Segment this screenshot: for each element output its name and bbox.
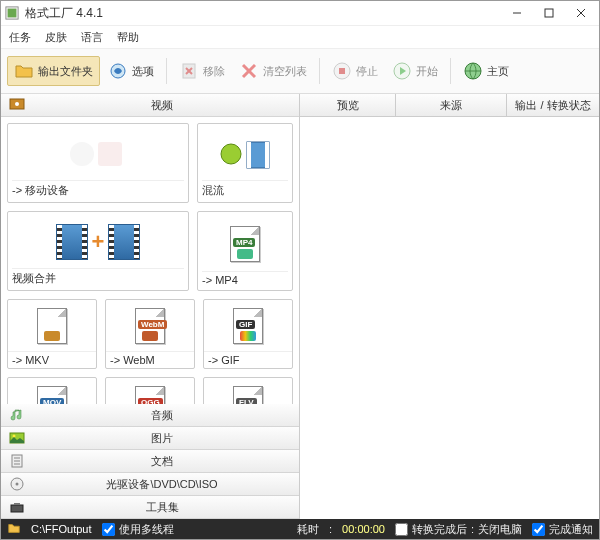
menu-tasks[interactable]: 任务 — [9, 30, 31, 45]
start-button[interactable]: 开始 — [386, 57, 444, 85]
clear-icon — [239, 61, 259, 81]
card-gif[interactable]: GIF -> GIF — [203, 299, 293, 369]
svg-rect-23 — [247, 142, 251, 168]
stop-icon — [332, 61, 352, 81]
window-controls — [503, 3, 595, 23]
category-audio[interactable]: 音频 — [1, 404, 299, 427]
card-flv[interactable]: FLV -> FLV — [203, 377, 293, 404]
category-disc[interactable]: 光驱设备\DVD\CD\ISO — [1, 473, 299, 496]
category-document-label: 文档 — [33, 454, 291, 469]
svg-rect-20 — [98, 142, 122, 166]
menu-language[interactable]: 语言 — [81, 30, 103, 45]
svg-rect-3 — [545, 9, 553, 17]
toolbar: 输出文件夹 选项 移除 清空列表 停止 开始 主页 — [1, 48, 599, 94]
statusbar: C:\FFOutput 使用多线程 耗时: 00:00:00 转换完成后:关闭电… — [1, 519, 599, 539]
remove-icon — [179, 61, 199, 81]
merge-art: + — [12, 216, 184, 268]
svg-rect-33 — [11, 505, 23, 512]
card-mov[interactable]: MOV -> MOV — [7, 377, 97, 404]
svg-point-32 — [16, 483, 19, 486]
card-mp4-label: -> MP4 — [202, 271, 288, 286]
after-done-checkbox[interactable]: 转换完成后:关闭电脑 — [395, 522, 522, 537]
card-merge-label: 视频合并 — [12, 268, 184, 286]
card-mux[interactable]: 混流 — [197, 123, 293, 203]
svg-rect-13 — [339, 68, 345, 74]
toolbox-icon — [9, 499, 25, 515]
clear-list-button[interactable]: 清空列表 — [233, 57, 313, 85]
menubar: 任务 皮肤 语言 帮助 — [1, 26, 599, 48]
card-mux-label: 混流 — [202, 180, 288, 198]
menu-skin[interactable]: 皮肤 — [45, 30, 67, 45]
multithread-label: 使用多线程 — [119, 522, 174, 537]
options-icon — [108, 61, 128, 81]
stop-button[interactable]: 停止 — [326, 57, 384, 85]
svg-point-19 — [70, 142, 94, 166]
homepage-button[interactable]: 主页 — [457, 57, 515, 85]
svg-point-21 — [221, 144, 241, 164]
image-icon — [9, 430, 25, 446]
toolbar-separator — [319, 58, 320, 84]
mobile-art — [12, 128, 184, 180]
disc-icon — [9, 476, 25, 492]
homepage-label: 主页 — [487, 64, 509, 79]
output-path[interactable]: C:\FFOutput — [31, 523, 92, 535]
video-icon — [9, 96, 25, 114]
category-toolkit[interactable]: 工具集 — [1, 496, 299, 519]
after-done-value: 关闭电脑 — [478, 522, 522, 537]
start-icon — [392, 61, 412, 81]
multithread-checkbox[interactable]: 使用多线程 — [102, 522, 174, 537]
category-disc-label: 光驱设备\DVD\CD\ISO — [33, 477, 291, 492]
category-image[interactable]: 图片 — [1, 427, 299, 450]
minimize-button[interactable] — [503, 3, 531, 23]
app-icon — [5, 6, 19, 20]
maximize-button[interactable] — [535, 3, 563, 23]
svg-rect-24 — [265, 142, 269, 168]
remove-label: 移除 — [203, 64, 225, 79]
main-body: 视频 -> 移动设备 混流 — [1, 94, 599, 519]
left-panel: 视频 -> 移动设备 混流 — [1, 94, 300, 519]
titlebar: 格式工厂 4.4.1 — [1, 1, 599, 26]
col-source[interactable]: 来源 — [396, 94, 507, 116]
stop-label: 停止 — [356, 64, 378, 79]
card-mp4[interactable]: MP4 -> MP4 — [197, 211, 293, 291]
notify-label: 完成通知 — [549, 522, 593, 537]
globe-icon — [463, 61, 483, 81]
column-headers: 预览 来源 输出 / 转换状态 — [300, 94, 599, 117]
window-title: 格式工厂 4.4.1 — [25, 5, 503, 22]
card-webm[interactable]: WebM -> WebM — [105, 299, 195, 369]
right-panel: 预览 来源 输出 / 转换状态 — [300, 94, 599, 519]
svg-rect-1 — [8, 9, 17, 18]
task-list[interactable] — [300, 117, 599, 519]
card-video-merge[interactable]: + 视频合并 — [7, 211, 189, 291]
music-icon — [9, 407, 25, 423]
options-button[interactable]: 选项 — [102, 57, 160, 85]
clear-label: 清空列表 — [263, 64, 307, 79]
col-status[interactable]: 输出 / 转换状态 — [507, 94, 599, 116]
remove-button[interactable]: 移除 — [173, 57, 231, 85]
output-folder-label: 输出文件夹 — [38, 64, 93, 79]
card-webm-label: -> WebM — [106, 351, 194, 368]
card-mobile-label: -> 移动设备 — [12, 180, 184, 198]
output-folder-button[interactable]: 输出文件夹 — [7, 56, 100, 86]
video-converters-area: -> 移动设备 混流 + — [1, 117, 299, 404]
document-icon — [9, 453, 25, 469]
elapsed-label: 耗时 — [297, 522, 319, 537]
category-document[interactable]: 文档 — [1, 450, 299, 473]
svg-point-18 — [15, 102, 19, 106]
category-image-label: 图片 — [33, 431, 291, 446]
col-preview[interactable]: 预览 — [300, 94, 396, 116]
notify-checkbox[interactable]: 完成通知 — [532, 522, 593, 537]
card-ogg[interactable]: OGG -> OGG — [105, 377, 195, 404]
after-done-label: 转换完成后 — [412, 522, 467, 537]
close-button[interactable] — [567, 3, 595, 23]
card-mkv[interactable]: MKV -> MKV — [7, 299, 97, 369]
category-video-header[interactable]: 视频 — [1, 94, 299, 117]
category-toolkit-label: 工具集 — [33, 500, 291, 515]
card-mkv-label: -> MKV — [8, 351, 96, 368]
folder-icon — [14, 61, 34, 81]
card-mobile-device[interactable]: -> 移动设备 — [7, 123, 189, 203]
svg-rect-34 — [14, 503, 20, 505]
menu-help[interactable]: 帮助 — [117, 30, 139, 45]
options-label: 选项 — [132, 64, 154, 79]
mp4-art: MP4 — [202, 216, 288, 271]
